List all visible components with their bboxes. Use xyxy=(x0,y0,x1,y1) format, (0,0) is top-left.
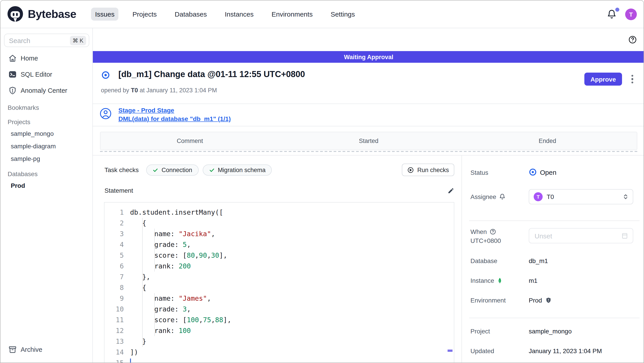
overview-ruler-cursor-mark xyxy=(448,350,452,352)
divider xyxy=(469,221,640,221)
brand-name: Bytebase xyxy=(28,7,76,20)
code-line: 2 { xyxy=(104,218,454,229)
play-circle-icon xyxy=(408,166,414,173)
help-icon[interactable] xyxy=(628,35,637,44)
environment-value[interactable]: Prod xyxy=(529,297,552,304)
opened-at-text: at January 11, 2023 1:04 PM xyxy=(140,87,217,94)
stage-link[interactable]: Stage - Prod Stage xyxy=(118,107,231,114)
code-line: 14]) xyxy=(104,347,454,358)
protected-shield-icon xyxy=(545,297,552,303)
archive-icon xyxy=(8,346,16,354)
database-value[interactable]: db_m1 xyxy=(529,257,548,264)
stage-links: Stage - Prod Stage DML(data) for databas… xyxy=(118,107,231,122)
run-checks-label: Run checks xyxy=(417,166,449,173)
task-link[interactable]: DML(data) for database "db_m1" (1/1) xyxy=(118,115,231,122)
stage-person-icon xyxy=(100,108,112,120)
sidebar-item-anomaly-center[interactable]: Anomaly Center xyxy=(0,82,92,99)
task-checks-row: Task checks Connection Migration schema xyxy=(104,164,454,176)
instance-value[interactable]: m1 xyxy=(529,277,538,284)
chevron-up-down-icon xyxy=(622,194,629,200)
text-cursor xyxy=(130,359,131,363)
sidebar-item-archive[interactable]: Archive xyxy=(0,342,92,358)
column-ended: Ended xyxy=(458,138,637,144)
tab-databases[interactable]: Databases xyxy=(171,7,211,21)
sidebar-section-bookmarks: Bookmarks xyxy=(0,102,92,113)
sidebar-item-home[interactable]: Home xyxy=(0,50,92,66)
sidebar-item-sql-editor[interactable]: SQL Editor xyxy=(0,66,92,82)
code-line: 6 rank: 200 xyxy=(104,261,454,272)
project-value[interactable]: sample_mongo xyxy=(529,328,572,335)
code-line: 7 }, xyxy=(104,272,454,282)
sidebar-section-projects: Projects xyxy=(0,116,92,127)
code-line: 13 } xyxy=(104,336,454,347)
notification-bell-icon[interactable] xyxy=(607,9,618,20)
sidebar-item-label: Home xyxy=(21,55,38,62)
divider xyxy=(469,318,640,318)
empty-table-dashed-divider xyxy=(100,151,637,152)
check-icon xyxy=(209,167,214,173)
code-line: 3 name: "Jacika", xyxy=(104,229,454,239)
shield-alert-icon xyxy=(8,86,16,94)
tab-instances[interactable]: Instances xyxy=(221,7,258,21)
code-line: 1db.student.insertMany([ xyxy=(104,207,454,218)
search-input[interactable] xyxy=(9,36,70,44)
updated-value: January 11, 2023 1:04 PM xyxy=(529,347,602,355)
tab-settings[interactable]: Settings xyxy=(326,7,359,21)
sidebar-project-sample-pg[interactable]: sample-pg xyxy=(0,152,92,165)
assignee-select[interactable]: T T0 xyxy=(529,189,633,204)
check-badge-migration-schema[interactable]: Migration schema xyxy=(202,164,272,175)
vertical-divider xyxy=(462,155,462,363)
when-help-icon[interactable] xyxy=(490,229,496,235)
tab-issues[interactable]: Issues xyxy=(91,7,118,21)
main-tabs: Issues Projects Databases Instances Envi… xyxy=(91,7,359,21)
brand-logo[interactable]: Bytebase xyxy=(7,5,76,22)
task-checks-label: Task checks xyxy=(104,166,139,173)
assignee-avatar: T xyxy=(534,192,543,201)
tab-projects[interactable]: Projects xyxy=(128,7,161,21)
check-badge-connection[interactable]: Connection xyxy=(146,164,199,175)
divider xyxy=(93,126,644,126)
issue-title: [db_m1] Change data @01-11 12:55 UTC+080… xyxy=(118,69,305,79)
assignee-name: T0 xyxy=(547,193,554,200)
mongodb-leaf-icon xyxy=(497,277,503,284)
check-badge-label: Connection xyxy=(162,166,192,173)
when-datetime-field[interactable] xyxy=(529,228,633,243)
project-label: Project xyxy=(470,328,490,335)
sidebar-item-label: Archive xyxy=(21,346,42,353)
issue-open-icon xyxy=(101,71,110,79)
sidebar-database-prod[interactable]: Prod xyxy=(0,179,92,192)
code-line: 12 rank: 100 xyxy=(104,325,454,336)
environment-text: Prod xyxy=(529,297,542,304)
assignee-bell-icon[interactable] xyxy=(499,194,505,200)
check-badges: Connection Migration schema xyxy=(146,164,272,175)
search-shortcut-badge: ⌘ K xyxy=(70,36,86,45)
assignee-label-text: Assignee xyxy=(470,193,496,200)
sidebar-project-sample-mongo[interactable]: sample_mongo xyxy=(0,127,92,140)
code-line: 15 xyxy=(104,358,454,363)
edit-statement-pencil-icon[interactable] xyxy=(448,187,454,194)
divider xyxy=(93,103,644,104)
status-banner: Waiting Approval xyxy=(93,51,644,63)
status-text: Open xyxy=(540,168,556,176)
main-content: Waiting Approval [db_m1] Change data @01… xyxy=(93,28,644,363)
code-line: 4 grade: 5, xyxy=(104,239,454,250)
user-avatar[interactable]: T xyxy=(625,8,637,20)
sidebar-search[interactable]: ⌘ K xyxy=(4,34,89,47)
terminal-icon xyxy=(8,70,16,78)
run-checks-button[interactable]: Run checks xyxy=(402,164,454,176)
issue-meta: opened by T0 at January 11, 2023 1:04 PM xyxy=(101,87,217,94)
approve-button[interactable]: Approve xyxy=(584,73,622,86)
when-timezone: UTC+0800 xyxy=(470,237,501,244)
database-label: Database xyxy=(470,257,497,264)
divider xyxy=(93,155,644,155)
assignee-label: Assignee xyxy=(470,193,505,200)
when-label-text: When xyxy=(470,228,487,235)
code-lines: 1db.student.insertMany([2 {3 name: "Jaci… xyxy=(104,207,454,363)
more-actions-menu-icon[interactable] xyxy=(629,73,636,86)
sidebar-project-sample-diagram[interactable]: sample-diagram xyxy=(0,140,92,152)
check-badge-label: Migration schema xyxy=(218,166,266,173)
status-value: Open xyxy=(529,168,556,176)
tab-environments[interactable]: Environments xyxy=(268,7,316,21)
statement-editor[interactable]: 1db.student.insertMany([2 {3 name: "Jaci… xyxy=(104,202,454,363)
when-input[interactable] xyxy=(534,232,621,240)
